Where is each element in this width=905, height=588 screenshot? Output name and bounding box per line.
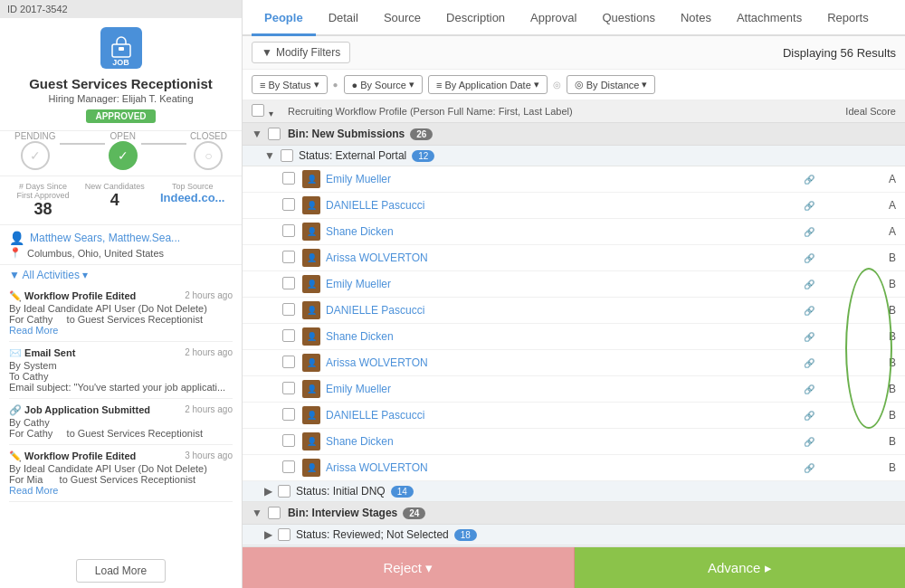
cand-link-icon[interactable]: 🔗 <box>804 437 814 447</box>
cand-name[interactable]: Arissa WOLVERTON <box>326 251 801 264</box>
cand-checkbox[interactable] <box>282 382 295 394</box>
cand-name[interactable]: DANIELLE Pascucci <box>326 304 801 317</box>
candidate-row: 👤 Shane Dicken 🔗 B <box>243 324 905 350</box>
location-icon: 📍 <box>9 247 22 259</box>
reject-button[interactable]: Reject ▾ <box>243 547 575 588</box>
status-checkbox[interactable] <box>278 528 291 541</box>
cand-name[interactable]: DANIELLE Pascucci <box>326 409 801 422</box>
bin-chevron-down: ▼ <box>252 507 262 519</box>
cand-checkbox[interactable] <box>282 329 295 342</box>
approved-badge: APPROVED <box>86 109 155 123</box>
filter-by-date[interactable]: ≡ By Application Date ▾ <box>428 75 548 94</box>
status-count: 18 <box>454 529 477 541</box>
bin-checkbox[interactable] <box>268 128 281 140</box>
status-count: 14 <box>391 486 414 498</box>
cand-name[interactable]: DANIELLE Pascucci <box>326 199 801 212</box>
cand-score: B <box>814 409 896 422</box>
cand-name[interactable]: Shane Dicken <box>326 435 801 448</box>
filter-row: ≡ By Status ▾ ● ● By Source ▾ ≡ By Appli… <box>243 70 905 100</box>
select-all-checkbox[interactable] <box>252 104 264 117</box>
status-checkbox[interactable] <box>278 485 291 498</box>
tab-people[interactable]: People <box>252 0 316 36</box>
step-pending-circle: ✓ <box>21 141 50 170</box>
cand-name[interactable]: Shane Dicken <box>326 330 801 343</box>
cand-checkbox[interactable] <box>282 224 295 237</box>
cand-link-icon[interactable]: 🔗 <box>804 384 814 394</box>
bin-chevron-down: ▼ <box>252 128 262 140</box>
bin-new-submissions[interactable]: ▼ Bin: New Submissions 26 <box>243 123 905 146</box>
candidate-row: 👤 Arissa WOLVERTON 🔗 B <box>243 455 905 481</box>
cand-name[interactable]: Arissa WOLVERTON <box>326 461 801 474</box>
distance-filter-label: By Distance <box>586 80 640 90</box>
bin-checkbox[interactable] <box>268 507 281 519</box>
status-checkbox[interactable] <box>281 149 293 162</box>
cand-score: A <box>814 173 896 185</box>
bin-interview-stages[interactable]: ▼ Bin: Interview Stages 24 <box>243 502 905 525</box>
cand-link-icon[interactable]: 🔗 <box>804 463 814 473</box>
cand-link-icon[interactable]: 🔗 <box>804 358 814 368</box>
filter-by-source[interactable]: ● By Source ▾ <box>344 75 423 94</box>
cand-checkbox[interactable] <box>282 434 295 447</box>
cand-name[interactable]: Shane Dicken <box>326 225 801 238</box>
cand-checkbox[interactable] <box>282 172 295 185</box>
modify-filters-label: Modify Filters <box>276 46 340 59</box>
date-filter-label: By Application Date <box>444 80 530 90</box>
cand-name[interactable]: Arissa WOLVERTON <box>326 356 801 369</box>
svg-rect-1 <box>119 47 124 51</box>
cand-link-icon[interactable]: 🔗 <box>804 175 814 185</box>
cand-link-icon[interactable]: 🔗 <box>804 280 814 289</box>
cand-avatar: 👤 <box>302 196 320 214</box>
stat-candidates: New Candidates 4 <box>85 182 145 219</box>
status-initial-dnq[interactable]: ▶ Status: Initial DNQ 14 <box>243 481 905 502</box>
read-more-link[interactable]: Read More <box>9 485 58 496</box>
activity-title-text: ✏️ Workflow Profile Edited <box>9 450 136 462</box>
table-body: ▼ Bin: New Submissions 26 ▼ Status: Exte… <box>243 123 905 546</box>
cand-score: B <box>814 461 896 474</box>
tab-notes[interactable]: Notes <box>668 0 724 36</box>
cand-checkbox[interactable] <box>282 408 295 421</box>
cand-link-icon[interactable]: 🔗 <box>804 201 814 211</box>
tab-detail[interactable]: Detail <box>316 0 371 36</box>
status-reviewed-not-selected[interactable]: ▶ Status: Reviewed; Not Selected 18 <box>243 525 905 545</box>
cand-link-icon[interactable]: 🔗 <box>804 332 814 342</box>
cand-checkbox[interactable] <box>282 460 295 473</box>
cand-score: B <box>814 330 896 343</box>
tab-questions[interactable]: Questions <box>589 0 668 36</box>
cand-name[interactable]: Emily Mueller <box>326 278 801 290</box>
tab-reports[interactable]: Reports <box>814 0 881 36</box>
cand-avatar: 👤 <box>302 327 320 346</box>
th-checkbox-arrow[interactable]: ▾ <box>269 109 273 119</box>
cand-link-icon[interactable]: 🔗 <box>804 227 814 237</box>
read-more-link[interactable]: Read More <box>9 325 58 336</box>
load-more-button[interactable]: Load More <box>76 559 166 583</box>
step-closed: CLOSED ○ <box>190 131 227 170</box>
activities-row[interactable]: ▼ All Activities ▾ <box>0 264 242 285</box>
filter-by-status[interactable]: ≡ By Status ▾ <box>252 75 328 94</box>
status-external-portal[interactable]: ▼ Status: External Portal 12 <box>243 146 905 166</box>
tab-attachments[interactable]: Attachments <box>724 0 814 36</box>
cand-name[interactable]: Emily Mueller <box>326 383 801 395</box>
cand-checkbox[interactable] <box>282 303 295 316</box>
all-activities-link[interactable]: ▼ All Activities ▾ <box>9 269 88 281</box>
cand-avatar: 👤 <box>302 406 320 424</box>
cand-checkbox[interactable] <box>282 277 295 289</box>
tab-source[interactable]: Source <box>371 0 433 36</box>
cand-checkbox[interactable] <box>282 356 295 368</box>
status-interviewed-not-selected[interactable]: ▶ Status: Interviewed; Not Selected 3 <box>243 545 905 546</box>
activity-title-text: ✉️ Email Sent <box>9 347 75 359</box>
cand-checkbox[interactable] <box>282 198 295 211</box>
status-label: Status: Initial DNQ <box>296 485 386 498</box>
cand-name[interactable]: Emily Mueller <box>326 173 801 185</box>
cand-checkbox[interactable] <box>282 251 295 263</box>
source-filter-arrow: ▾ <box>409 79 414 90</box>
cand-link-icon[interactable]: 🔗 <box>804 411 814 421</box>
advance-button[interactable]: Advance ▸ <box>575 547 906 588</box>
status-chevron-right: ▶ <box>264 528 272 541</box>
tab-description[interactable]: Description <box>433 0 518 36</box>
cand-link-icon[interactable]: 🔗 <box>804 306 814 316</box>
filter-by-distance[interactable]: ◎ By Distance ▾ <box>567 75 656 94</box>
tab-approval[interactable]: Approval <box>518 0 589 36</box>
modify-filters-button[interactable]: ▼ Modify Filters <box>252 42 350 63</box>
cand-link-icon[interactable]: 🔗 <box>804 253 814 263</box>
status-count: 12 <box>412 150 434 162</box>
